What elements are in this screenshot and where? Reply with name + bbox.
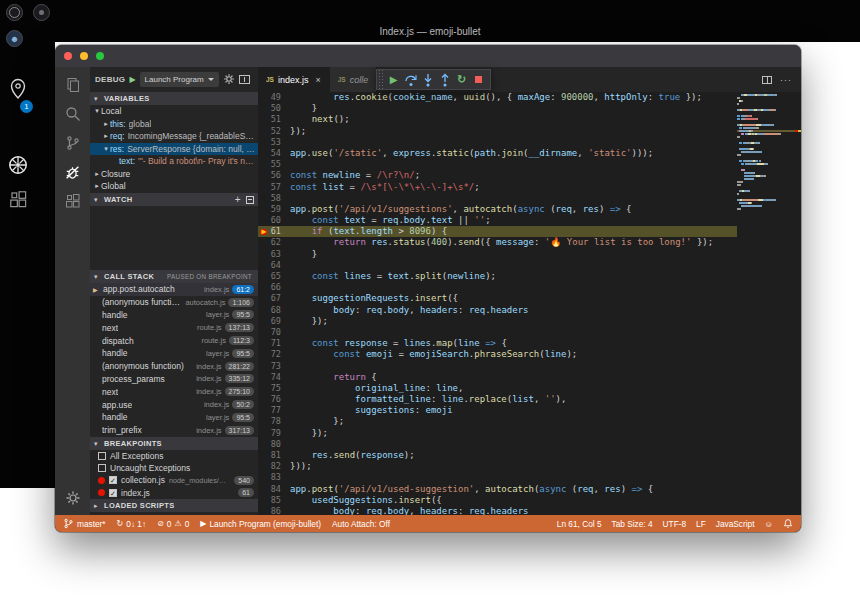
call-stack-frame[interactable]: trim_prefixindex.js317:13 bbox=[90, 424, 258, 437]
toolbar-drag-handle[interactable] bbox=[377, 70, 383, 89]
variable-row[interactable]: text:'"- Build a robot\n- Pray it's not… bbox=[90, 155, 258, 168]
call-stack-frame[interactable]: handlelayer.js95:5 bbox=[90, 347, 258, 360]
code-line[interactable]: 51 next(); bbox=[258, 114, 801, 125]
code-line[interactable]: 66 bbox=[258, 282, 801, 293]
breakpoint-item[interactable]: Uncaught Exceptions bbox=[90, 462, 258, 474]
more-actions-icon[interactable]: ··· bbox=[780, 77, 792, 83]
source-control-icon[interactable] bbox=[64, 134, 82, 152]
code-line[interactable]: 63 } bbox=[258, 249, 801, 260]
breakpoint-checkbox[interactable] bbox=[98, 452, 106, 460]
stop-button[interactable] bbox=[470, 71, 487, 88]
launch-config-dropdown[interactable]: Launch Program bbox=[140, 72, 219, 87]
code-line[interactable]: 58 bbox=[258, 193, 801, 204]
breakpoint-item[interactable]: All Exceptions bbox=[90, 450, 258, 462]
titlebar[interactable] bbox=[55, 45, 801, 67]
code-line[interactable]: 70 bbox=[258, 327, 801, 338]
breakpoint-checkbox[interactable]: ✓ bbox=[109, 489, 117, 497]
code-line[interactable]: 55 bbox=[258, 159, 801, 170]
auto-attach-indicator[interactable]: Auto Attach: Off bbox=[332, 519, 390, 529]
code-line[interactable]: ▶61 if (text.length > 8096) { bbox=[258, 226, 801, 237]
cursor-position[interactable]: Ln 61, Col 5 bbox=[557, 519, 602, 529]
call-stack-frame[interactable]: handlelayer.js95:5 bbox=[90, 309, 258, 322]
variable-row[interactable]: ▸req:IncomingMessage {_readableState: R… bbox=[90, 130, 258, 143]
code-line[interactable]: 59app.post('/api/v1/suggestions', autoca… bbox=[258, 204, 801, 215]
variable-row[interactable]: ▾res:ServerResponse {domain: null, _ev… bbox=[90, 143, 258, 156]
variable-row[interactable]: ▾Local bbox=[90, 105, 258, 118]
call-stack-frame[interactable]: process_paramsindex.js335:12 bbox=[90, 373, 258, 386]
call-stack-frame[interactable]: (anonymous function)index.js281:22 bbox=[90, 360, 258, 373]
continue-button[interactable]: ▶ bbox=[385, 71, 402, 88]
variables-section-header[interactable]: ▾ VARIABLES bbox=[90, 92, 258, 105]
code-line[interactable]: 53 bbox=[258, 137, 801, 148]
code-line[interactable]: 81 res.send(response); bbox=[258, 450, 801, 461]
code-line[interactable]: 74 return { bbox=[258, 372, 801, 383]
explorer-icon[interactable] bbox=[64, 76, 82, 94]
breakpoint-checkbox[interactable] bbox=[98, 464, 106, 472]
search-icon[interactable] bbox=[64, 105, 82, 123]
breakpoint-checkbox[interactable]: ✓ bbox=[109, 476, 117, 484]
sync-indicator[interactable]: ↻ 0↓ 1↑ bbox=[117, 519, 147, 529]
code-line[interactable]: 84app.post('/api/v1/used-suggestion', au… bbox=[258, 484, 801, 495]
code-line[interactable]: 57const list = /\s*[\-\*\+\-\-]+\s*/; bbox=[258, 182, 801, 193]
settings-gear-icon[interactable] bbox=[64, 489, 82, 507]
breakpoints-section-header[interactable]: ▾ BREAKPOINTS bbox=[90, 437, 258, 450]
zoom-traffic-light[interactable] bbox=[96, 52, 104, 60]
debug-icon[interactable] bbox=[64, 163, 82, 181]
add-watch-icon[interactable]: + bbox=[235, 195, 241, 205]
encoding-indicator[interactable]: UTF-8 bbox=[663, 519, 687, 529]
loaded-scripts-section-header[interactable]: ▸ LOADED SCRIPTS bbox=[90, 499, 258, 512]
call-stack-frame[interactable]: handlelayer.js95:5 bbox=[90, 411, 258, 424]
call-stack-frame[interactable]: app.useindex.js50:2 bbox=[90, 398, 258, 411]
split-editor-icon[interactable] bbox=[762, 76, 772, 84]
call-stack-frame[interactable]: ▶app.post.autocatchindex.js61:2 bbox=[90, 283, 258, 296]
variable-row[interactable]: ▸Closure bbox=[90, 168, 258, 181]
code-line[interactable]: 71 const response = lines.map(line => { bbox=[258, 338, 801, 349]
code-line[interactable]: 79 }); bbox=[258, 428, 801, 439]
code-line[interactable]: 49 res.cookie(cookie_name, uuid(), { max… bbox=[258, 92, 801, 103]
code-line[interactable]: 75 original_line: line, bbox=[258, 383, 801, 394]
code-line[interactable]: 72 const emoji = emojiSearch.phraseSearc… bbox=[258, 349, 801, 360]
problems-indicator[interactable]: ⊘ 0 ⚠ 0 bbox=[157, 519, 189, 529]
tab-index-js[interactable]: JS index.js × bbox=[258, 67, 330, 92]
code-line[interactable]: 80 bbox=[258, 439, 801, 450]
step-out-button[interactable] bbox=[436, 71, 453, 88]
code-line[interactable]: 73 bbox=[258, 361, 801, 372]
watch-section-header[interactable]: ▾ WATCH + bbox=[90, 193, 258, 206]
restart-button[interactable]: ↻ bbox=[453, 71, 470, 88]
call-stack-frame[interactable]: dispatchroute.js112:3 bbox=[90, 334, 258, 347]
debug-target-indicator[interactable]: ▶ Launch Program (emoji-bullet) bbox=[200, 519, 321, 529]
close-icon[interactable]: × bbox=[315, 75, 320, 85]
code-line[interactable]: 86 body: req.body, headers: req.headers bbox=[258, 506, 801, 515]
code-line[interactable]: 77 suggestions: emoji bbox=[258, 405, 801, 416]
extensions-icon[interactable] bbox=[64, 192, 82, 210]
feedback-smiley-icon[interactable]: ☺ bbox=[765, 519, 773, 529]
code-line[interactable]: 50 } bbox=[258, 103, 801, 114]
tab-collection-js[interactable]: JS colle bbox=[330, 67, 377, 92]
code-line[interactable]: 65 const lines = text.split(newline); bbox=[258, 271, 801, 282]
configure-gear-icon[interactable] bbox=[223, 73, 235, 87]
collapse-all-icon[interactable] bbox=[246, 196, 254, 204]
breakpoint-item[interactable]: ✓index.js61 bbox=[90, 487, 258, 499]
branch-indicator[interactable]: master* bbox=[63, 518, 106, 529]
start-debug-icon[interactable]: ▶ bbox=[129, 75, 135, 84]
code-line[interactable]: 85 usedSuggestions.insert({ bbox=[258, 495, 801, 506]
code-line[interactable]: 56const newline = /\r?\n/; bbox=[258, 170, 801, 181]
code-line[interactable]: 83 bbox=[258, 472, 801, 483]
bell-icon[interactable] bbox=[783, 518, 793, 529]
call-stack-section-header[interactable]: ▾ CALL STACK PAUSED ON BREAKPOINT bbox=[90, 270, 258, 283]
breakpoint-item[interactable]: ✓collection.jsnode_modules/mong…540 bbox=[90, 474, 258, 486]
step-into-button[interactable] bbox=[419, 71, 436, 88]
minimize-traffic-light[interactable] bbox=[80, 52, 88, 60]
dock-app-icon-3[interactable]: ☻ bbox=[6, 30, 23, 47]
step-over-button[interactable] bbox=[402, 71, 419, 88]
minimap[interactable] bbox=[737, 92, 795, 515]
dock-app-icon-2[interactable] bbox=[33, 4, 50, 21]
debug-wheel-icon[interactable] bbox=[7, 154, 29, 176]
code-area[interactable]: 49 res.cookie(cookie_name, uuid(), { max… bbox=[258, 92, 801, 515]
code-line[interactable]: 68 body: req.body, headers: req.headers bbox=[258, 305, 801, 316]
code-line[interactable]: 82})); bbox=[258, 461, 801, 472]
code-line[interactable]: 67 suggestionRequests.insert({ bbox=[258, 293, 801, 304]
code-line[interactable]: 76 formatted_line: line.replace(list, ''… bbox=[258, 394, 801, 405]
language-indicator[interactable]: JavaScript bbox=[716, 519, 755, 529]
code-line[interactable]: 60 const text = req.body.text || ''; bbox=[258, 215, 801, 226]
